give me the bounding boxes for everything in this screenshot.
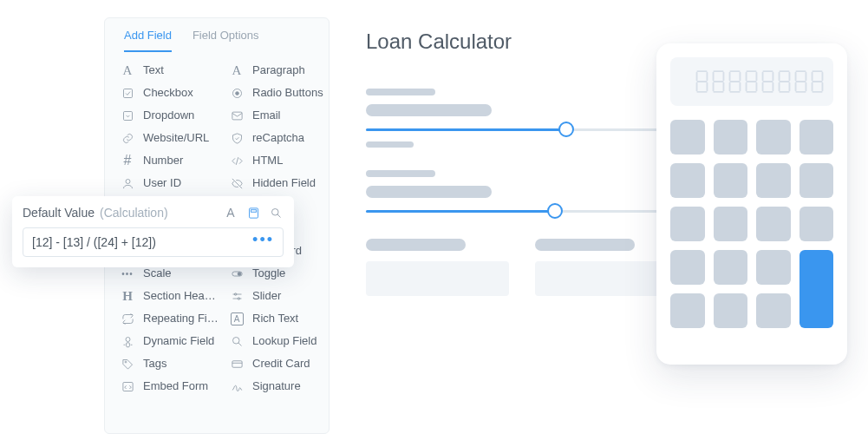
embed-icon xyxy=(119,375,136,398)
field-type-paragraph[interactable]: Paragraph xyxy=(252,59,330,82)
slider-2-thumb[interactable] xyxy=(547,203,563,219)
calc-key xyxy=(756,250,791,285)
slider-icon xyxy=(228,285,245,307)
field-type-rich-text[interactable]: Rich Text xyxy=(252,307,330,330)
serif-a-icon: A xyxy=(119,59,136,82)
field-type-user-id[interactable]: User ID xyxy=(143,172,221,194)
calc-key xyxy=(670,293,705,328)
svg-point-14 xyxy=(238,272,241,275)
signature-icon xyxy=(228,375,245,398)
hash-icon: # xyxy=(119,149,136,172)
repeat-icon xyxy=(119,307,136,330)
value-placeholder xyxy=(366,141,414,148)
field-type-lookup-field[interactable]: Lookup Field xyxy=(252,330,330,352)
slider-1-thumb[interactable] xyxy=(558,122,574,137)
calculation-input-wrap: ••• xyxy=(23,227,284,257)
desc-placeholder xyxy=(366,104,492,116)
slider-2[interactable] xyxy=(366,210,661,213)
tab-field-options[interactable]: Field Options xyxy=(193,29,259,52)
seven-seg-digit xyxy=(793,69,808,95)
label-placeholder xyxy=(366,170,435,177)
field-type-html[interactable]: HTML xyxy=(252,149,330,172)
card-icon xyxy=(228,352,245,375)
field-type-signature[interactable]: Signature xyxy=(252,375,330,398)
mode-calculation-icon[interactable] xyxy=(245,205,261,220)
calc-key xyxy=(756,120,791,155)
mode-text-icon[interactable]: A xyxy=(223,205,238,220)
field-type-hidden-field[interactable]: Hidden Field xyxy=(252,172,330,194)
output-label-placeholder xyxy=(535,239,635,251)
boxed-a-icon: A xyxy=(228,307,245,330)
field-type-radio-buttons[interactable]: Radio Buttons xyxy=(252,82,330,104)
output-field-1 xyxy=(366,261,509,296)
calc-key-equals xyxy=(799,250,834,328)
seven-seg-digit xyxy=(810,69,825,95)
field-type-repeating-fields[interactable]: Repeating Fields xyxy=(143,307,221,330)
tag-icon xyxy=(119,352,136,375)
calculator-illustration xyxy=(656,43,847,365)
svg-rect-24 xyxy=(232,360,241,367)
eye-off-icon xyxy=(228,172,245,194)
field-type-website-url[interactable]: Website/URL xyxy=(143,127,221,149)
code-icon xyxy=(228,149,245,172)
seven-seg-digit xyxy=(744,69,759,95)
svg-point-19 xyxy=(126,337,130,341)
search-icon[interactable] xyxy=(268,205,284,220)
field-type-number[interactable]: Number xyxy=(143,149,221,172)
more-dots-icon[interactable]: ••• xyxy=(252,240,274,245)
field-type-section-heading[interactable]: Section Heading xyxy=(143,285,221,307)
field-type-recaptcha[interactable]: reCaptcha xyxy=(252,127,330,149)
svg-point-21 xyxy=(232,337,239,344)
slider-1[interactable] xyxy=(366,128,661,131)
field-type-embed-form[interactable]: Embed Form xyxy=(143,375,221,398)
field-type-credit-card[interactable]: Credit Card xyxy=(252,352,330,375)
svg-rect-4 xyxy=(232,112,241,120)
calculator-keypad xyxy=(670,120,833,328)
svg-point-5 xyxy=(126,179,130,183)
calc-key xyxy=(670,120,705,155)
field-type-dropdown[interactable]: Dropdown xyxy=(143,104,221,127)
svg-point-23 xyxy=(125,361,127,363)
checkbox-icon xyxy=(119,82,136,104)
field-type-checkbox[interactable]: Checkbox xyxy=(143,82,221,104)
popover-title: Default Value xyxy=(23,206,95,220)
svg-rect-0 xyxy=(123,89,132,97)
field-type-tags[interactable]: Tags xyxy=(143,352,221,375)
seven-seg-digit xyxy=(728,69,742,95)
svg-line-36 xyxy=(277,214,280,217)
field-type-email[interactable]: Email xyxy=(252,104,330,127)
svg-rect-3 xyxy=(123,111,132,120)
calc-key xyxy=(714,250,748,285)
shield-icon xyxy=(228,127,245,149)
seven-seg-digit xyxy=(760,69,775,95)
svg-rect-20 xyxy=(126,342,129,346)
calc-key xyxy=(799,120,834,155)
svg-line-22 xyxy=(238,343,241,345)
seven-seg-digit xyxy=(711,69,726,95)
radio-icon xyxy=(228,82,245,104)
svg-point-35 xyxy=(271,208,278,215)
field-type-slider[interactable]: Slider xyxy=(252,285,330,307)
calc-key xyxy=(670,250,705,285)
field-type-dynamic-field[interactable]: Dynamic Field xyxy=(143,330,221,352)
search-icon xyxy=(228,330,245,352)
dropdown-icon xyxy=(119,104,136,127)
seven-seg-digit xyxy=(695,69,709,95)
calc-key xyxy=(670,207,705,241)
svg-rect-26 xyxy=(122,382,132,391)
calc-key xyxy=(756,207,791,241)
calc-key xyxy=(756,163,791,198)
dynamic-icon xyxy=(119,330,136,352)
seven-seg-digit xyxy=(777,69,792,95)
output-label-placeholder xyxy=(366,239,466,251)
calculation-input[interactable] xyxy=(32,235,252,249)
field-type-text[interactable]: Text xyxy=(143,59,221,82)
calculator-screen xyxy=(670,57,833,106)
serif-h-icon: H xyxy=(119,285,136,307)
svg-point-2 xyxy=(235,91,238,95)
link-icon xyxy=(119,127,136,149)
user-icon xyxy=(119,172,136,194)
tab-add-field[interactable]: Add Field xyxy=(124,29,172,52)
desc-placeholder xyxy=(366,186,492,198)
svg-rect-28 xyxy=(251,209,256,212)
